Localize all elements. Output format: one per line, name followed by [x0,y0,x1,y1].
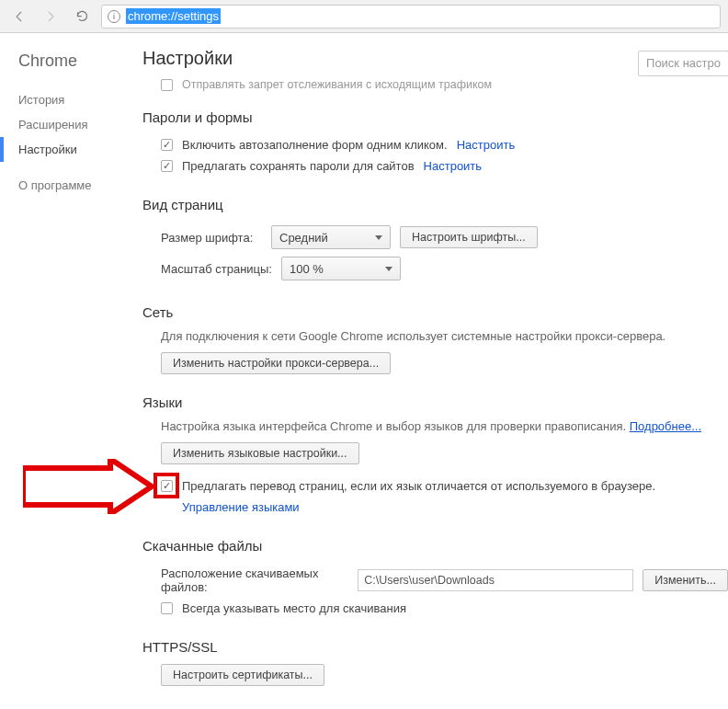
network-desc: Для подключения к сети Google Chrome исп… [142,329,728,350]
section-pageview: Вид страниц Размер шрифта: Средний Настр… [142,197,728,284]
languages-desc: Настройка языка интерфейса Chrome и выбо… [142,419,728,440]
truncated-row: Отправлять запрет отслеживания с исходящ… [142,78,728,91]
sidebar-item-settings[interactable]: Настройки [0,137,142,162]
truncated-label: Отправлять запрет отслеживания с исходящ… [182,78,492,91]
chevron-down-icon [385,267,392,271]
proxy-settings-button[interactable]: Изменить настройки прокси-сервера... [161,352,391,374]
address-bar[interactable]: i chrome://settings [101,5,721,29]
sidebar-brand: Chrome [18,51,142,71]
section-title: HTTPS/SSL [142,639,728,655]
checkbox-save-passwords[interactable] [161,160,173,172]
checkbox-ask-download[interactable] [161,602,173,614]
settings-content: Настройки Поиск настро Отправлять запрет… [142,33,728,709]
manage-languages-link[interactable]: Управление языками [182,500,300,514]
zoom-select[interactable]: 100 % [281,257,401,280]
back-button[interactable] [7,5,31,29]
autofill-label: Включить автозаполнение форм одним клико… [182,138,448,152]
font-size-select[interactable]: Средний [271,225,391,249]
settings-search-input[interactable]: Поиск настро [638,51,728,76]
site-info-icon[interactable]: i [108,10,120,23]
section-languages: Языки Настройка языка интерфейса Chrome … [142,395,728,518]
font-size-label: Размер шрифта: [161,231,262,245]
download-location-input[interactable] [358,569,633,591]
languages-more-link[interactable]: Подробнее... [630,419,701,433]
section-title: Сеть [142,304,728,320]
browser-toolbar: i chrome://settings [0,0,728,33]
customize-fonts-button[interactable]: Настроить шрифты... [400,226,538,248]
sidebar-item-history[interactable]: История [18,87,142,112]
download-location-label: Расположение скачиваемых файлов: [161,566,348,594]
sidebar-item-extensions[interactable]: Расширения [18,112,142,137]
checkbox-offer-translate[interactable] [161,480,173,492]
search-placeholder: Поиск настро [646,56,721,70]
ask-download-label: Всегда указывать место для скачивания [182,601,406,615]
language-settings-button[interactable]: Изменить языковые настройки... [161,442,359,464]
certificates-button[interactable]: Настроить сертификаты... [161,664,324,686]
page-title: Настройки [142,48,638,69]
section-passwords: Пароли и формы Включить автозаполнение ф… [142,109,728,177]
chevron-down-icon [375,235,382,240]
section-title: Пароли и формы [142,109,728,125]
section-title: Вид страниц [142,197,728,212]
save-pw-configure-link[interactable]: Настроить [424,159,483,173]
offer-translate-label: Предлагать перевод страниц, если их язык… [182,479,655,493]
zoom-label: Масштаб страницы: [161,262,272,276]
section-title: Скачанные файлы [142,538,728,554]
font-size-value: Средний [279,231,328,245]
section-network: Сеть Для подключения к сети Google Chrom… [142,304,728,374]
change-download-location-button[interactable]: Изменить... [643,569,728,591]
forward-button[interactable] [39,5,63,29]
autofill-configure-link[interactable]: Настроить [457,138,516,152]
checkbox-autofill[interactable] [161,139,173,151]
address-text: chrome://settings [126,8,221,24]
reload-button[interactable] [70,5,94,29]
section-https: HTTPS/SSL Настроить сертификаты... [142,639,728,686]
zoom-value: 100 % [290,262,324,276]
section-downloads: Скачанные файлы Расположение скачиваемых… [142,538,728,619]
section-title: Языки [142,395,728,410]
checkbox-dnt[interactable] [161,79,173,91]
languages-desc-text: Настройка языка интерфейса Chrome и выбо… [161,419,626,433]
sidebar-item-about[interactable]: О программе [18,173,142,198]
sidebar: Chrome История Расширения Настройки О пр… [0,33,142,709]
save-pw-label: Предлагать сохранять пароли для сайтов [182,159,415,173]
